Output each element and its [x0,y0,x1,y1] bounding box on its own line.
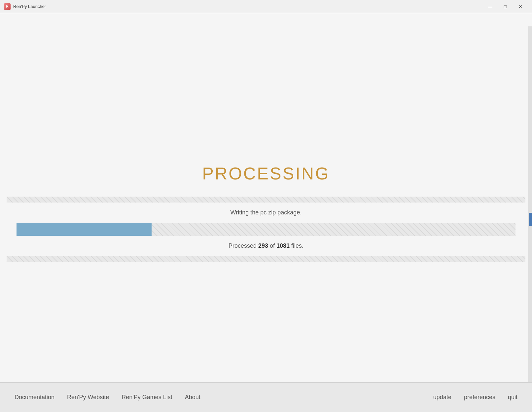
processed-label: Processed [229,242,257,249]
progress-bar-fill [17,223,152,236]
nav-about[interactable]: About [184,391,202,403]
bottom-divider [7,256,525,262]
nav-update[interactable]: update [432,391,453,403]
nav-renpy-games-list[interactable]: Ren'Py Games List [120,391,174,403]
nav-preferences[interactable]: preferences [463,391,497,403]
title-bar-text: Ren'Py Launcher [13,4,482,9]
top-divider [7,197,525,203]
processed-total: 1081 [276,242,290,249]
nav-renpy-website[interactable]: Ren'Py Website [66,391,110,403]
window-controls: — □ ✕ [482,1,528,12]
processed-text: Processed 293 of 1081 files. [17,242,515,249]
nav-left: Documentation Ren'Py Website Ren'Py Game… [13,391,432,403]
minimize-button[interactable]: — [482,1,498,12]
title-bar: R Ren'Py Launcher — □ ✕ [0,0,532,13]
progress-bar-container [17,223,515,236]
nav-documentation[interactable]: Documentation [13,391,56,403]
main-content: PROCESSING Writing the pc zip package. P… [0,13,532,412]
nav-right: update preferences quit [432,391,519,403]
progress-section: Writing the pc zip package. Processed 29… [7,203,525,256]
nav-quit[interactable]: quit [507,391,519,403]
app-icon: R [4,3,11,10]
processed-of: of [270,242,275,249]
side-panel-accent [529,213,532,226]
processing-container: PROCESSING Writing the pc zip package. P… [0,13,532,412]
maximize-button[interactable]: □ [498,1,513,12]
processing-heading: PROCESSING [202,164,330,183]
side-panel [528,26,532,412]
status-text: Writing the pc zip package. [17,209,515,216]
processed-current: 293 [258,242,268,249]
bottom-nav: Documentation Ren'Py Website Ren'Py Game… [0,382,532,412]
processed-suffix: files. [291,242,303,249]
close-button[interactable]: ✕ [513,1,528,12]
